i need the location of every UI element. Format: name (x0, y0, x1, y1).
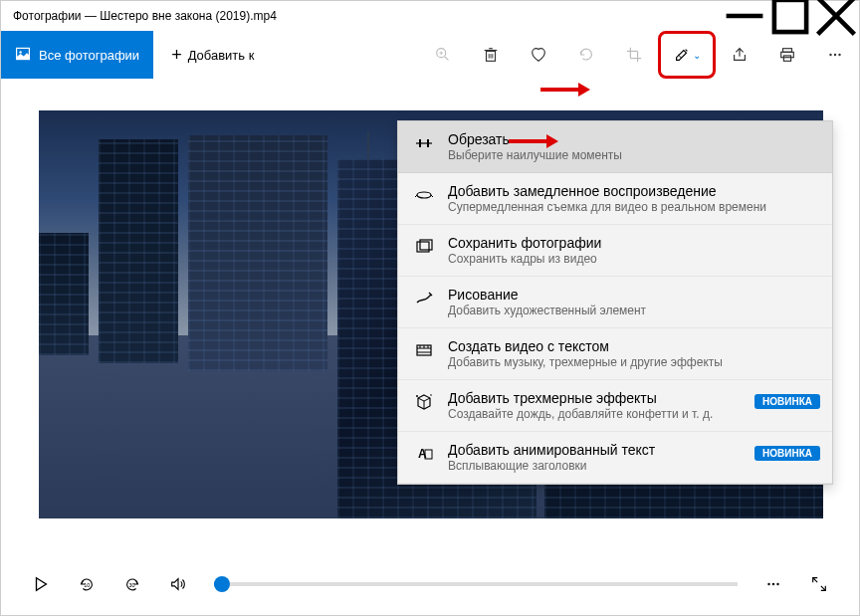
window-title: Фотографии — Шестеро вне закона (2019).m… (13, 9, 277, 23)
annotation-arrow (540, 83, 590, 97)
menu-sub: Добавить музыку, трехмерные и другие эфф… (448, 355, 816, 369)
svg-rect-28 (419, 139, 421, 147)
slider-thumb[interactable] (214, 576, 230, 592)
print-button[interactable] (763, 31, 811, 79)
titlebar: Фотографии — Шестеро вне закона (2019).m… (1, 1, 859, 31)
menu-item-draw[interactable]: РисованиеДобавить художественный элемент (398, 277, 832, 328)
svg-point-26 (838, 54, 840, 56)
menu-title: Создать видео с текстом (448, 338, 816, 354)
skip-back-10-button[interactable]: 10 (67, 564, 107, 604)
skip-forward-30-button[interactable]: 30 (112, 564, 152, 604)
picture-icon (15, 46, 31, 65)
menu-item-video-text[interactable]: Создать видео с текстомДобавить музыку, … (398, 328, 832, 380)
favorite-button[interactable] (515, 31, 562, 79)
maximize-button[interactable] (767, 1, 813, 31)
svg-point-48 (772, 583, 774, 585)
svg-point-5 (19, 51, 21, 53)
svg-line-7 (445, 57, 449, 61)
svg-line-31 (415, 195, 417, 197)
svg-rect-29 (427, 139, 429, 147)
toolbar: Все фотографии + Добавить к ⌄ (1, 31, 859, 79)
menu-sub: Супермедленная съемка для видео в реальн… (448, 200, 816, 214)
svg-point-47 (767, 583, 769, 585)
svg-point-25 (834, 54, 836, 56)
menu-sub: Создавайте дождь, добавляйте конфетти и … (448, 407, 816, 421)
svg-text:30: 30 (128, 582, 134, 588)
menu-sub: Выберите наилучшие моменты (448, 148, 816, 162)
more-button[interactable] (811, 31, 859, 79)
menu-item-trim[interactable]: ОбрезатьВыберите наилучшие моменты (398, 121, 832, 173)
delete-button[interactable] (467, 31, 515, 79)
svg-text:10: 10 (84, 582, 90, 588)
svg-point-30 (417, 192, 431, 198)
close-button[interactable] (813, 1, 859, 31)
menu-sub: Добавить художественный элемент (448, 304, 816, 317)
svg-point-49 (776, 583, 778, 585)
svg-rect-23 (783, 56, 790, 61)
fullscreen-button[interactable] (799, 564, 839, 604)
zoom-button[interactable] (419, 31, 467, 79)
play-button[interactable] (21, 564, 61, 604)
slowmo-icon (414, 185, 434, 205)
menu-sub: Сохранить кадры из видео (448, 252, 816, 266)
share-button[interactable] (716, 31, 763, 79)
menu-title: Обрезать (448, 131, 816, 147)
photos-icon (414, 237, 434, 257)
svg-point-41 (416, 395, 418, 397)
playback-bar: 10 30 (1, 553, 859, 615)
menu-title: Рисование (448, 287, 816, 303)
crop-button[interactable] (610, 31, 658, 79)
menu-item-3d-effects[interactable]: Добавить трехмерные эффектыСоздавайте до… (398, 380, 832, 432)
new-badge: НОВИНКА (754, 446, 820, 461)
annotation-arrow (509, 134, 558, 148)
more-playback-button[interactable] (753, 564, 793, 604)
see-all-label: Все фотографии (39, 48, 139, 63)
menu-item-animated-text[interactable]: A Добавить анимированный текстВсплывающи… (398, 432, 832, 484)
menu-title: Добавить замедленное воспроизведение (448, 183, 816, 199)
menu-sub: Всплывающие заголовки (448, 459, 816, 473)
menu-item-slowmo[interactable]: Добавить замедленное воспроизведениеСупе… (398, 173, 832, 225)
edit-create-menu: ОбрезатьВыберите наилучшие моменты Добав… (397, 120, 833, 485)
svg-rect-1 (774, 0, 806, 32)
svg-line-20 (678, 55, 682, 59)
draw-icon (414, 289, 434, 308)
trim-icon (414, 133, 434, 153)
svg-point-42 (430, 394, 432, 396)
film-icon (414, 340, 434, 360)
new-badge: НОВИНКА (754, 394, 820, 409)
rotate-button[interactable] (562, 31, 610, 79)
text-icon: A (414, 444, 434, 464)
edit-create-button[interactable]: ⌄ (658, 31, 716, 79)
volume-button[interactable] (158, 564, 198, 604)
svg-point-24 (829, 54, 831, 56)
cube-icon (414, 392, 434, 412)
plus-icon: + (171, 45, 182, 66)
chevron-down-icon: ⌄ (693, 50, 701, 61)
window-controls (722, 1, 859, 31)
svg-line-32 (431, 195, 433, 197)
add-to-label: Добавить к (188, 48, 255, 63)
see-all-photos-button[interactable]: Все фотографии (1, 31, 153, 79)
menu-title: Сохранить фотографии (448, 235, 816, 251)
minimize-button[interactable] (722, 1, 767, 31)
svg-rect-22 (781, 52, 794, 57)
menu-item-save-photos[interactable]: Сохранить фотографииСохранить кадры из в… (398, 225, 832, 277)
seek-slider[interactable] (214, 582, 738, 586)
photos-app-window: Фотографии — Шестеро вне закона (2019).m… (0, 0, 860, 616)
add-to-button[interactable]: + Добавить к (153, 31, 272, 79)
